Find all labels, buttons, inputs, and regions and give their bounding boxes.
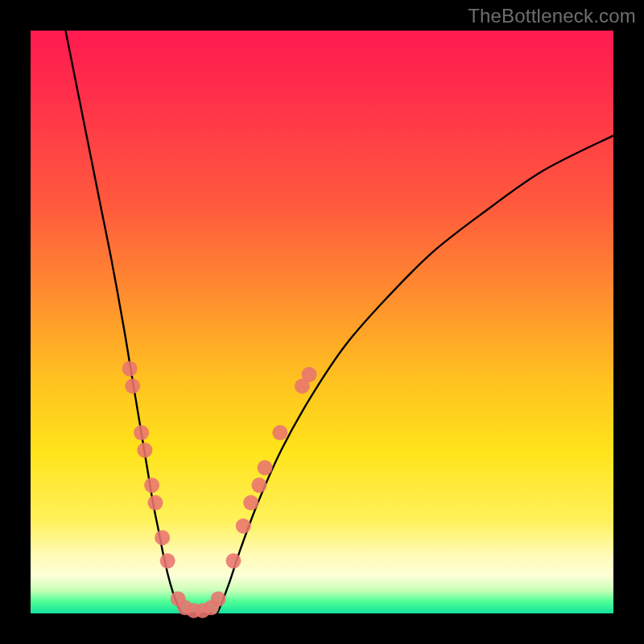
highlight-dot bbox=[160, 553, 175, 568]
highlight-dot bbox=[147, 495, 163, 510]
highlight-dot bbox=[144, 477, 159, 493]
highlight-dot bbox=[125, 378, 140, 394]
plot-area bbox=[31, 31, 613, 613]
highlight-dot bbox=[258, 460, 273, 476]
highlight-dot bbox=[236, 518, 251, 534]
highlight-dot bbox=[272, 425, 287, 440]
highlight-dot bbox=[155, 530, 170, 545]
highlight-dots bbox=[122, 361, 317, 617]
highlight-dot bbox=[134, 425, 149, 440]
highlight-dot bbox=[243, 495, 258, 510]
highlight-dot bbox=[122, 361, 138, 376]
watermark-text: TheBottleneck.com bbox=[468, 5, 636, 27]
curve-layer bbox=[31, 31, 613, 613]
highlight-dot bbox=[211, 591, 226, 606]
highlight-dot bbox=[137, 443, 152, 458]
chart-frame: TheBottleneck.com bbox=[0, 0, 644, 644]
highlight-dot bbox=[225, 553, 241, 568]
curve-paths bbox=[65, 31, 613, 616]
highlight-dot bbox=[251, 477, 266, 493]
bottleneck-curve bbox=[65, 31, 613, 616]
highlight-dot bbox=[302, 367, 317, 382]
